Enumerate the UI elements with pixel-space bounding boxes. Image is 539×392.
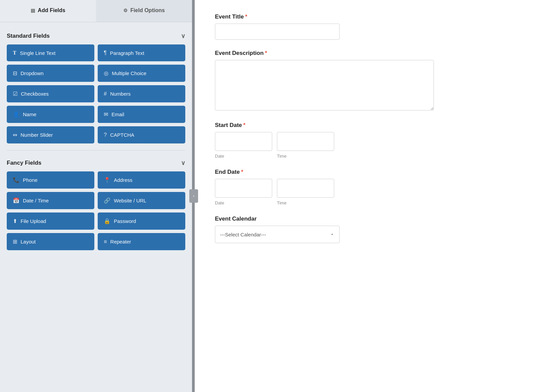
field-options-icon: ⚙ — [123, 8, 128, 13]
fancy-fields-header: Fancy Fields ∨ — [7, 156, 185, 171]
field-btn-dropdown[interactable]: ⊟ Dropdown — [7, 65, 94, 82]
field-btn-email[interactable]: ✉ Email — [98, 106, 185, 123]
file-upload-label: File Upload — [21, 218, 46, 224]
end-date-row: Date Time — [215, 179, 519, 205]
dropdown-icon: ⊟ — [13, 70, 17, 76]
add-fields-icon: ▤ — [31, 8, 35, 13]
email-icon: ✉ — [104, 111, 108, 118]
end-date-required: * — [241, 169, 243, 175]
standard-fields-grid: 𝐓 Single Line Text ¶ Paragraph Text ⊟ Dr… — [7, 44, 185, 143]
form-field-end-date: End Date * Date Time — [215, 169, 519, 205]
single-line-text-label: Single Line Text — [20, 50, 56, 56]
repeater-label: Repeater — [110, 239, 131, 244]
number-slider-icon: ⇔ — [13, 132, 17, 138]
tab-field-options[interactable]: ⚙ Field Options — [96, 0, 192, 22]
start-date-group: Date — [215, 132, 272, 159]
start-date-label: Start Date * — [215, 122, 519, 129]
tab-bar: ▤ Add Fields ⚙ Field Options — [0, 0, 192, 22]
standard-fields-header: Standard Fields ∨ — [7, 29, 185, 44]
captcha-label: CAPTCHA — [110, 132, 134, 138]
fancy-fields-chevron[interactable]: ∨ — [181, 159, 185, 167]
field-btn-password[interactable]: 🔒 Password — [98, 213, 185, 230]
field-btn-date-time[interactable]: 📅 Date / Time — [7, 192, 94, 209]
multiple-choice-icon: ◎ — [104, 70, 108, 76]
start-date-sublabel: Date — [215, 154, 272, 159]
field-btn-name[interactable]: 👤 Name — [7, 106, 94, 123]
event-description-input[interactable] — [215, 60, 434, 110]
website-url-label: Website / URL — [114, 198, 146, 203]
start-date-required: * — [243, 122, 245, 128]
multiple-choice-label: Multiple Choice — [112, 70, 147, 76]
address-label: Address — [114, 177, 132, 183]
single-line-text-icon: 𝐓 — [13, 50, 17, 56]
layout-label: Layout — [21, 239, 36, 244]
paragraph-text-label: Paragraph Text — [110, 50, 144, 56]
layout-icon: ⊞ — [13, 238, 17, 245]
field-btn-multiple-choice[interactable]: ◎ Multiple Choice — [98, 65, 185, 82]
form-field-event-title: Event Title * — [215, 13, 519, 40]
phone-icon: 📞 — [13, 177, 20, 183]
field-btn-address[interactable]: 📍 Address — [98, 171, 185, 189]
number-slider-label: Number Slider — [21, 132, 53, 138]
event-description-label: Event Description * — [215, 50, 519, 57]
form-field-start-date: Start Date * Date Time — [215, 122, 519, 159]
password-label: Password — [114, 218, 136, 224]
name-icon: 👤 — [13, 111, 20, 118]
end-time-group: Time — [277, 179, 334, 205]
field-btn-website-url[interactable]: 🔗 Website / URL — [98, 192, 185, 209]
fields-scroll-area: Standard Fields ∨ 𝐓 Single Line Text ¶ P… — [0, 22, 192, 392]
tab-add-fields-label: Add Fields — [38, 7, 65, 13]
start-date-row: Date Time — [215, 132, 519, 159]
standard-fields-chevron[interactable]: ∨ — [181, 32, 185, 40]
tab-field-options-label: Field Options — [130, 7, 165, 13]
start-time-group: Time — [277, 132, 334, 159]
event-title-required: * — [245, 14, 247, 20]
numbers-label: Numbers — [110, 91, 131, 97]
field-btn-single-line-text[interactable]: 𝐓 Single Line Text — [7, 44, 94, 61]
field-btn-paragraph-text[interactable]: ¶ Paragraph Text — [98, 44, 185, 61]
repeater-icon: ≡ — [104, 239, 107, 245]
end-date-sublabel: Date — [215, 200, 272, 205]
date-time-icon: 📅 — [13, 197, 20, 204]
standard-fields-title: Standard Fields — [7, 33, 50, 39]
event-description-required: * — [265, 50, 267, 56]
field-btn-checkboxes[interactable]: ☑ Checkboxes — [7, 85, 94, 102]
panel-separator[interactable]: ‹ — [192, 0, 195, 392]
tab-add-fields[interactable]: ▤ Add Fields — [0, 0, 96, 22]
field-btn-captcha[interactable]: ? CAPTCHA — [98, 126, 185, 143]
collapse-button[interactable]: ‹ — [189, 189, 198, 203]
field-btn-numbers[interactable]: # Numbers — [98, 85, 185, 102]
email-label: Email — [112, 111, 124, 117]
website-url-icon: 🔗 — [104, 197, 110, 204]
fancy-fields-grid: 📞 Phone 📍 Address 📅 Date / Time 🔗 Websit… — [7, 171, 185, 250]
event-title-input[interactable] — [215, 24, 340, 40]
captcha-icon: ? — [104, 132, 107, 138]
section-divider — [7, 150, 185, 151]
checkboxes-icon: ☑ — [13, 91, 18, 97]
end-date-label: End Date * — [215, 169, 519, 175]
end-time-input[interactable] — [277, 179, 334, 198]
address-icon: 📍 — [104, 177, 110, 183]
event-title-label: Event Title * — [215, 13, 519, 20]
form-field-event-calendar: Event Calendar ---Select Calendar--- — [215, 216, 519, 243]
end-time-sublabel: Time — [277, 200, 334, 205]
start-time-sublabel: Time — [277, 154, 334, 159]
start-time-input[interactable] — [277, 132, 334, 151]
password-icon: 🔒 — [104, 218, 110, 224]
phone-label: Phone — [23, 177, 37, 183]
field-btn-phone[interactable]: 📞 Phone — [7, 171, 94, 189]
field-btn-file-upload[interactable]: ⬆ File Upload — [7, 213, 94, 230]
dropdown-label: Dropdown — [21, 70, 43, 76]
fancy-fields-title: Fancy Fields — [7, 160, 41, 166]
end-date-input[interactable] — [215, 179, 272, 198]
file-upload-icon: ⬆ — [13, 218, 17, 224]
event-calendar-select[interactable]: ---Select Calendar--- — [215, 226, 340, 243]
event-calendar-label: Event Calendar — [215, 216, 519, 222]
field-btn-layout[interactable]: ⊞ Layout — [7, 233, 94, 250]
name-label: Name — [23, 111, 36, 117]
form-preview-panel: Event Title * Event Description * Start … — [195, 0, 539, 392]
field-btn-repeater[interactable]: ≡ Repeater — [98, 233, 185, 250]
start-date-input[interactable] — [215, 132, 272, 151]
end-date-group: Date — [215, 179, 272, 205]
field-btn-number-slider[interactable]: ⇔ Number Slider — [7, 126, 94, 143]
